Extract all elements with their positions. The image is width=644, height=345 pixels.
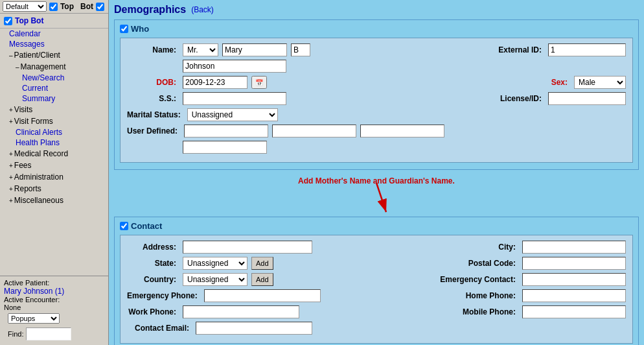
postal-code-input[interactable] xyxy=(522,257,626,270)
health-plans-link[interactable]: Health Plans xyxy=(0,137,108,148)
mobile-phone-input[interactable] xyxy=(522,305,626,318)
user-defined-input-4[interactable] xyxy=(183,141,267,154)
fees-header[interactable]: + Fees xyxy=(0,160,108,171)
main-content: Demographics (Back) Who Name: Mr. Mrs. M… xyxy=(109,0,644,345)
active-patient-box: Active Patient: Mary Johnson (1) Active … xyxy=(0,276,108,345)
visits-header[interactable]: + Visits xyxy=(0,104,108,115)
top-checkbox[interactable] xyxy=(49,3,58,11)
bot-label: Bot xyxy=(80,2,93,11)
state-select[interactable]: Unassigned xyxy=(183,257,247,270)
user-defined-input-3[interactable] xyxy=(360,125,444,137)
work-phone-input[interactable] xyxy=(183,305,299,318)
home-phone-label: Home Phone: xyxy=(466,291,518,300)
administration-header[interactable]: + Administration xyxy=(0,171,108,183)
topbot-checkbox[interactable] xyxy=(4,17,12,25)
contact-email-row: Contact Email: xyxy=(127,322,626,335)
sex-label: Sex: xyxy=(544,78,570,87)
address-row: Address: City: xyxy=(127,241,626,254)
annotation-area: Add Mother's Name and Guardian's Name. xyxy=(114,176,639,215)
annotation-arrow xyxy=(351,183,402,215)
miscellaneous-header[interactable]: + Miscellaneous xyxy=(0,195,108,206)
bot-checkbox[interactable] xyxy=(96,3,104,11)
ss-label: S.S.: xyxy=(127,94,179,103)
city-input[interactable] xyxy=(522,241,626,254)
current-link[interactable]: Current xyxy=(0,83,108,93)
state-label: State: xyxy=(127,259,179,268)
reports-header[interactable]: + Reports xyxy=(0,183,108,195)
contact-section: Contact Address: City: State: Unassigned… xyxy=(114,217,639,345)
country-add-button[interactable]: Add xyxy=(251,273,273,286)
first-name-input[interactable] xyxy=(222,43,287,56)
active-encounter-label: Active Encounter: xyxy=(4,296,104,303)
license-id-label: License/ID: xyxy=(492,94,544,103)
clinical-alerts-link[interactable]: Clinical Alerts xyxy=(0,127,108,137)
emergency-phone-input[interactable] xyxy=(204,289,321,302)
who-section-title: Who xyxy=(120,24,633,34)
top-bot-label: Top Bot xyxy=(15,16,43,25)
patient-client-header[interactable]: – Patient/Client xyxy=(0,49,108,61)
who-checkbox[interactable] xyxy=(120,25,128,33)
emergency-contact-input[interactable] xyxy=(522,273,626,286)
user-defined-input-2[interactable] xyxy=(272,125,356,137)
active-patient-label: Active Patient: xyxy=(4,279,104,287)
miscellaneous-label: Miscellaneous xyxy=(14,196,63,205)
address-input[interactable] xyxy=(183,241,312,254)
name-row: Name: Mr. Mrs. Ms. Dr. External ID: xyxy=(127,43,626,56)
svg-line-1 xyxy=(376,183,386,212)
middle-initial-input[interactable] xyxy=(291,43,310,56)
home-phone-input[interactable] xyxy=(522,289,626,302)
medical-record-header[interactable]: + Medical Record xyxy=(0,148,108,160)
who-section: Who Name: Mr. Mrs. Ms. Dr. External ID: xyxy=(114,19,639,170)
dob-calendar-button[interactable]: 📅 xyxy=(251,76,267,89)
external-id-input[interactable] xyxy=(548,43,626,56)
calendar-link[interactable]: Calendar xyxy=(0,29,108,39)
address-label: Address: xyxy=(127,243,179,252)
find-input[interactable] xyxy=(26,327,71,340)
summary-link[interactable]: Summary xyxy=(0,93,108,104)
user-defined-label: User Defined: xyxy=(127,126,180,136)
default-select[interactable]: Default xyxy=(3,1,47,12)
user-defined-input-1[interactable] xyxy=(184,125,268,137)
user-defined-row-1: User Defined: xyxy=(127,125,626,137)
back-link[interactable]: (Back) xyxy=(191,5,214,14)
ss-input[interactable] xyxy=(183,92,286,105)
emergency-contact-label: Emergency Contact: xyxy=(440,275,518,284)
dob-label: DOB: xyxy=(127,78,179,87)
state-add-button[interactable]: Add xyxy=(251,257,273,270)
user-defined-row-2 xyxy=(127,141,626,154)
last-name-row xyxy=(127,60,626,73)
active-patient-name: Mary Johnson (1) xyxy=(4,287,104,296)
visit-forms-label: Visit Forms xyxy=(14,117,53,126)
country-label: Country: xyxy=(127,275,179,284)
active-encounter-value: None xyxy=(4,303,104,311)
dob-sex-row: DOB: 📅 Sex: Male Female Unknown xyxy=(127,76,626,89)
contact-email-input[interactable] xyxy=(196,322,312,335)
country-row: Country: Unassigned Add Emergency Contac… xyxy=(127,273,626,286)
emergency-phone-row: Emergency Phone: Home Phone: xyxy=(127,289,626,302)
management-header[interactable]: – Management xyxy=(0,61,108,73)
emergency-phone-label: Emergency Phone: xyxy=(127,291,200,300)
name-label: Name: xyxy=(127,45,179,54)
license-id-input[interactable] xyxy=(548,92,626,105)
top-label: Top xyxy=(60,2,74,11)
patient-client-label: Patient/Client xyxy=(14,51,60,60)
new-search-link[interactable]: New/Search xyxy=(0,73,108,83)
dob-input[interactable] xyxy=(183,76,247,89)
last-name-input[interactable] xyxy=(183,60,286,73)
who-inner-box: Name: Mr. Mrs. Ms. Dr. External ID: xyxy=(120,38,633,163)
city-label: City: xyxy=(492,243,518,252)
sidebar-top-bar: Default Top Bot xyxy=(0,0,108,14)
visits-label: Visits xyxy=(14,105,32,114)
sex-select[interactable]: Male Female Unknown xyxy=(574,76,626,89)
country-select[interactable]: Unassigned xyxy=(183,273,247,286)
marital-status-row: Marital Status: Unassigned Single Marrie… xyxy=(127,108,626,121)
contact-checkbox[interactable] xyxy=(120,222,128,230)
management-label: Management xyxy=(21,62,66,71)
title-select[interactable]: Mr. Mrs. Ms. Dr. xyxy=(183,43,218,56)
messages-link[interactable]: Messages xyxy=(0,39,108,49)
contact-inner-box: Address: City: State: Unassigned Add Pos… xyxy=(120,235,633,344)
administration-label: Administration xyxy=(14,172,63,182)
visit-forms-header[interactable]: + Visit Forms xyxy=(0,115,108,127)
marital-status-select[interactable]: Unassigned Single Married Divorced Widow… xyxy=(187,108,278,121)
popups-select[interactable]: Popups xyxy=(8,313,60,324)
